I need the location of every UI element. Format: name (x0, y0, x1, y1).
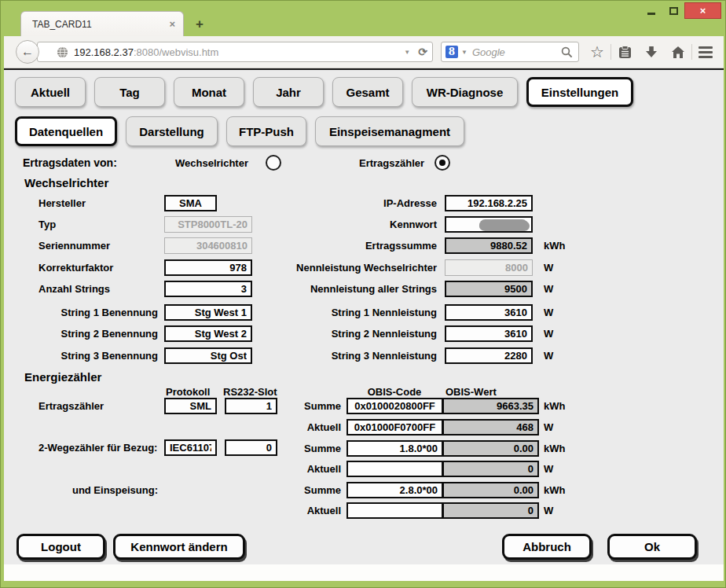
tab-jahr[interactable]: Jahr (253, 77, 324, 107)
obis-code-input[interactable] (346, 461, 443, 477)
search-magnifier-icon[interactable] (561, 46, 573, 58)
maximize-button[interactable] (662, 2, 684, 19)
ok-button[interactable]: Ok (607, 534, 697, 560)
field-label: String 3 Benennung (38, 347, 158, 364)
minimize-button[interactable] (640, 2, 662, 19)
field-label: Ertragszähler (38, 398, 104, 414)
string2-nennleistung-input[interactable] (445, 325, 533, 342)
password-redaction-blob (479, 219, 528, 231)
reload-icon[interactable]: ⟳ (418, 46, 427, 57)
source-option-wechselrichter-label: Wechselrichter (175, 155, 248, 171)
string3-benennung-input[interactable] (164, 347, 252, 364)
unit-label: W (544, 325, 553, 342)
unit-label: W (544, 461, 553, 477)
string1-benennung-input[interactable] (164, 304, 252, 321)
nav-toolbar: ← 192.168.2.37:8080/webvisu.htm ▼ ⟳ 8 ▼ … (4, 36, 724, 68)
obis-wert-field (442, 482, 539, 498)
obis-row-label: Summe (263, 398, 341, 414)
window-controls: × (640, 2, 721, 19)
minimize-icon (647, 13, 655, 15)
search-bar[interactable]: 8 ▼ Google (441, 42, 579, 62)
search-dropdown-icon[interactable]: ▼ (461, 49, 468, 56)
logout-button[interactable]: Logout (16, 534, 105, 560)
unit-label: W (544, 259, 553, 276)
subtab-darstellung[interactable]: Darstellung (126, 116, 218, 146)
tab-tag[interactable]: Tag (94, 77, 165, 107)
tab-aktuell[interactable]: Aktuell (15, 77, 86, 107)
string3-nennleistung-input[interactable] (445, 347, 533, 364)
ertragszaehler-protokoll-input[interactable] (164, 398, 217, 414)
nennleistung-strings-field (445, 281, 533, 297)
tab-close-icon[interactable]: × (169, 18, 175, 30)
string1-nennleistung-input[interactable] (445, 304, 533, 321)
field-label: Ertragssumme (263, 237, 437, 254)
source-option-wechselrichter-radio[interactable] (266, 155, 281, 171)
browser-tab[interactable]: TAB_CARD11 × (20, 11, 184, 36)
unit-label: kWh (544, 398, 565, 414)
page-bottom-strip (4, 564, 724, 581)
unit-label: W (544, 347, 553, 364)
ip-adresse-input[interactable] (445, 195, 533, 211)
unit-label: kWh (544, 482, 565, 498)
download-icon[interactable] (638, 46, 665, 59)
obis-code-input[interactable] (346, 419, 443, 435)
unit-label: kWh (544, 440, 565, 457)
url-dropdown-icon[interactable]: ▼ (404, 49, 410, 56)
string2-benennung-input[interactable] (164, 325, 252, 342)
obis-code-input[interactable] (346, 502, 443, 519)
browser-window: TAB_CARD11 × + × ← 192.168.2.37:8080/web… (0, 0, 726, 588)
field-label: und Einspeisung: (38, 482, 158, 498)
url-bar[interactable]: 192.168.2.37:8080/webvisu.htm ▼ ⟳ (37, 42, 433, 62)
subtab-einspeisemanagment[interactable]: Einspeisemanagment (315, 116, 464, 146)
close-button[interactable]: × (684, 2, 721, 19)
search-engine-icon[interactable]: 8 (446, 46, 458, 58)
subtab-ftp-push[interactable]: FTP-Push (226, 116, 306, 146)
field-label: Hersteller (38, 195, 86, 211)
unit-label: W (544, 281, 553, 297)
back-button[interactable]: ← (16, 40, 39, 64)
subtab-datenquellen[interactable]: Datenquellen (15, 116, 117, 146)
kennwort-input[interactable] (445, 216, 533, 233)
hersteller-input[interactable] (164, 195, 217, 211)
sub-tab-row: Datenquellen Darstellung FTP-Push Einspe… (15, 116, 464, 146)
bezug-protokoll-input[interactable] (164, 439, 217, 456)
source-row-label: Ertragsdaten von: (23, 155, 117, 171)
field-label: String 1 Benennung (38, 304, 158, 321)
tab-gesamt[interactable]: Gesamt (332, 77, 403, 107)
korrekturfaktor-input[interactable] (164, 259, 252, 276)
home-icon[interactable] (665, 46, 691, 59)
anzahl-strings-input[interactable] (164, 281, 252, 297)
url-path: :8080/webvisu.htm (134, 46, 218, 58)
cancel-button[interactable]: Abbruch (502, 534, 592, 560)
obis-wert-field (442, 461, 539, 477)
field-label: Nennleistung aller Strings (263, 281, 437, 297)
unit-label: kWh (544, 237, 565, 254)
webvisu-page: Aktuell Tag Monat Jahr Gesamt WR-Diagnos… (4, 70, 724, 564)
source-option-ertragszaehler-radio[interactable] (434, 155, 450, 171)
field-label: Anzahl Strings (38, 281, 110, 297)
obis-code-input[interactable] (346, 440, 443, 457)
field-label: String 2 Benennung (38, 325, 158, 342)
field-label: Typ (38, 216, 56, 233)
bookmark-star-icon[interactable]: ☆ (584, 44, 610, 60)
menu-hamburger-icon[interactable] (692, 46, 719, 58)
obis-row-label: Aktuell (263, 502, 341, 519)
inverter-heading: Wechselrichter (24, 176, 108, 189)
obis-wert-field (442, 440, 539, 457)
tab-einstellungen[interactable]: Einstellungen (526, 77, 633, 107)
search-input[interactable]: Google (472, 46, 561, 58)
main-tab-row: Aktuell Tag Monat Jahr Gesamt WR-Diagnos… (15, 77, 633, 107)
field-label: Seriennummer (38, 237, 110, 254)
tab-monat[interactable]: Monat (174, 77, 244, 107)
tab-wr-diagnose[interactable]: WR-Diagnose (412, 77, 518, 107)
new-tab-button[interactable]: + (192, 17, 207, 31)
obis-code-input[interactable] (346, 482, 443, 498)
obis-code-input[interactable] (346, 398, 443, 414)
field-label: Korrekturfaktor (38, 259, 113, 276)
nennleistung-wr-field (445, 259, 533, 276)
unit-label: W (544, 502, 553, 519)
field-label: Nennleistung Wechselrichter (263, 259, 437, 276)
bookmarks-menu-icon[interactable] (611, 46, 638, 59)
obis-wert-field (442, 502, 539, 519)
change-password-button[interactable]: Kennwort ändern (113, 534, 245, 560)
